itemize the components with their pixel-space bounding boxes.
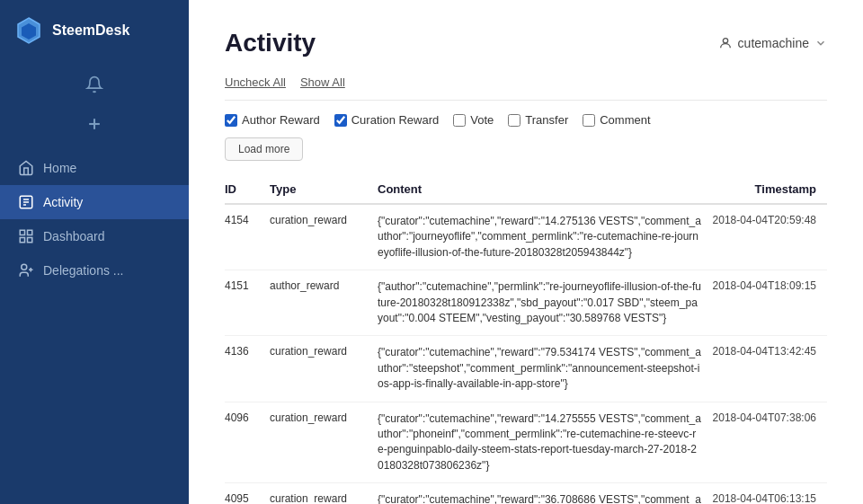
svg-rect-8 [20, 230, 24, 234]
sidebar-nav: Home Activity Dashboard Delegations ... [0, 151, 189, 287]
curation-reward-checkbox[interactable] [334, 114, 347, 127]
cell-content: {"curator":"cutemachine","reward":"14.27… [378, 204, 713, 270]
col-header-type: Type [270, 175, 378, 204]
author-reward-label: Author Reward [242, 113, 320, 127]
user-icon [718, 36, 733, 50]
sidebar-item-dashboard[interactable]: Dashboard [0, 219, 189, 253]
sidebar-item-dashboard-label: Dashboard [43, 229, 105, 243]
cell-type: author_reward [270, 270, 378, 336]
col-header-timestamp: Timestamp [713, 175, 827, 204]
filter-author-reward[interactable]: Author Reward [225, 113, 320, 127]
cell-type: curation_reward [270, 483, 378, 504]
chevron-down-icon [814, 37, 827, 49]
transfer-checkbox[interactable] [508, 114, 520, 127]
vote-checkbox[interactable] [453, 114, 466, 127]
sidebar-item-home[interactable]: Home [0, 151, 189, 185]
author-reward-checkbox[interactable] [225, 114, 237, 127]
sidebar: SteemDesk Home Activity [0, 0, 189, 504]
cell-type: curation_reward [270, 204, 378, 270]
curation-reward-label: Curation Reward [351, 113, 440, 127]
sidebar-item-delegations-label: Delegations ... [43, 263, 124, 278]
cell-type: curation_reward [270, 402, 378, 483]
delegations-icon [18, 262, 34, 279]
svg-point-15 [723, 39, 727, 43]
cell-content: {"curator":"cutemachine","reward":"36.70… [378, 483, 713, 504]
cell-timestamp: 2018-04-04T18:09:15 [713, 270, 827, 336]
cell-id: 4151 [225, 270, 270, 336]
main-content: Activity cutemachine Uncheck All Show Al… [189, 0, 863, 504]
table-row: 4096 curation_reward {"curator":"cutemac… [225, 402, 827, 483]
col-header-content: Content [378, 175, 713, 204]
svg-point-12 [22, 264, 27, 270]
svg-rect-10 [28, 238, 32, 243]
vote-label: Vote [470, 113, 494, 127]
cell-timestamp: 2018-04-04T07:38:06 [713, 402, 827, 483]
table-header-row: ID Type Content Timestamp [225, 175, 827, 204]
cell-id: 4136 [225, 336, 270, 402]
cell-timestamp: 2018-04-04T20:59:48 [713, 204, 827, 270]
home-icon [18, 160, 34, 176]
cell-content: {"curator":"cutemachine","reward":"14.27… [378, 402, 713, 483]
cell-timestamp: 2018-04-04T13:42:45 [713, 336, 827, 402]
dashboard-icon [18, 228, 34, 244]
sidebar-item-activity[interactable]: Activity [0, 185, 189, 219]
content-area: Activity cutemachine Uncheck All Show Al… [189, 0, 863, 504]
activity-icon [18, 194, 34, 210]
sidebar-brand: SteemDesk [52, 22, 129, 39]
comment-label: Comment [600, 113, 650, 127]
sidebar-header: SteemDesk [0, 0, 189, 61]
col-header-id: ID [225, 175, 270, 204]
uncheck-all-link[interactable]: Uncheck All [225, 75, 286, 89]
filter-divider [225, 100, 827, 101]
cell-timestamp: 2018-04-04T06:13:15 [713, 483, 827, 504]
load-more-button[interactable]: Load more [225, 137, 303, 161]
add-button[interactable] [78, 108, 111, 140]
cell-id: 4096 [225, 402, 270, 483]
filter-transfer[interactable]: Transfer [508, 113, 568, 127]
filter-checkboxes: Author Reward Curation Reward Vote Trans… [225, 113, 827, 127]
table-row: 4136 curation_reward {"curator":"cutemac… [225, 336, 827, 402]
sidebar-item-delegations[interactable]: Delegations ... [0, 253, 189, 287]
user-selector[interactable]: cutemachine [718, 36, 827, 50]
page-title: Activity [225, 29, 316, 57]
sidebar-item-home-label: Home [43, 161, 76, 175]
filter-bar: Uncheck All Show All [225, 75, 827, 89]
user-selector-label: cutemachine [738, 36, 809, 50]
comment-checkbox[interactable] [583, 114, 595, 127]
filter-curation-reward[interactable]: Curation Reward [334, 113, 440, 127]
bell-button[interactable] [78, 68, 111, 101]
transfer-label: Transfer [525, 113, 568, 127]
table-row: 4154 curation_reward {"curator":"cutemac… [225, 204, 827, 270]
page-header: Activity cutemachine [225, 29, 827, 57]
cell-content: {"author":"cutemachine","permlink":"re-j… [378, 270, 713, 336]
svg-rect-11 [20, 238, 24, 243]
cell-content: {"curator":"cutemachine","reward":"79.53… [378, 336, 713, 402]
cell-id: 4095 [225, 483, 270, 504]
filter-comment[interactable]: Comment [583, 113, 650, 127]
table-row: 4095 curation_reward {"curator":"cutemac… [225, 483, 827, 504]
table-row: 4151 author_reward {"author":"cutemachin… [225, 270, 827, 336]
svg-rect-9 [28, 230, 32, 234]
cell-type: curation_reward [270, 336, 378, 402]
activity-table: ID Type Content Timestamp 4154 curation_… [225, 175, 827, 504]
sidebar-item-activity-label: Activity [43, 195, 83, 209]
logo-icon [14, 16, 43, 45]
show-all-link[interactable]: Show All [300, 75, 345, 89]
filter-vote[interactable]: Vote [453, 113, 494, 127]
cell-id: 4154 [225, 204, 270, 270]
